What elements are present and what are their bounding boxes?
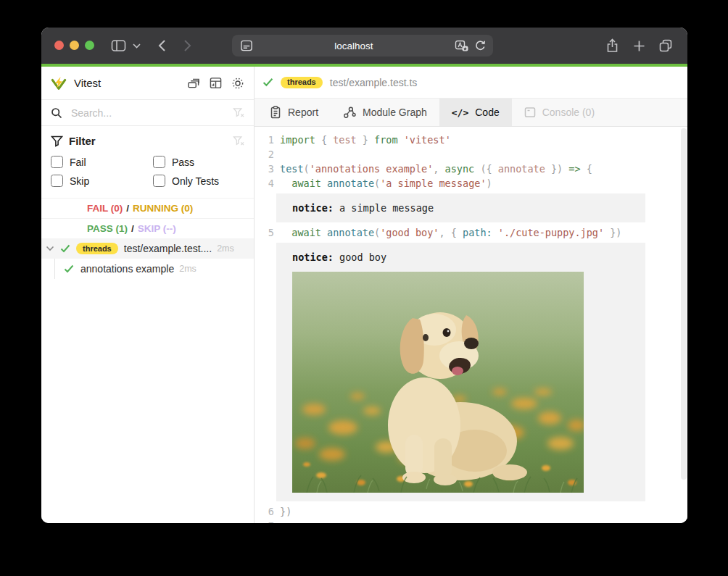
code-line: 7: [255, 519, 687, 523]
stat-pass: PASS (1): [87, 223, 128, 234]
checkbox[interactable]: [51, 156, 63, 168]
url-text[interactable]: localhost: [253, 41, 455, 51]
address-bar[interactable]: localhost: [232, 35, 493, 57]
puppy-image: [292, 272, 584, 493]
filter-section: Filter Fail Pass Skip Only Tests: [41, 126, 254, 187]
reload-icon[interactable]: [475, 40, 486, 51]
stat-separator: /: [126, 203, 129, 214]
main-panel: threads test/example.test.ts Report Modu…: [255, 67, 687, 523]
report-clipboard-icon: [270, 106, 281, 119]
test-case-row[interactable]: annotations example 2ms: [41, 259, 254, 279]
duration-label: 2ms: [179, 264, 197, 274]
checkbox-label: Only Tests: [172, 175, 219, 187]
annotation-label: notice:: [292, 251, 334, 263]
code-line-content: }): [280, 504, 291, 519]
code-line-content: await annotate('good boy', { path: './cu…: [280, 225, 622, 240]
scrollbar-thumb[interactable]: [681, 128, 687, 480]
theme-toggle-sun-icon[interactable]: [231, 77, 244, 90]
tab-overview-icon[interactable]: [658, 38, 673, 53]
checkbox[interactable]: [153, 175, 165, 187]
annotation-notice: notice: good boy: [276, 243, 645, 501]
back-button[interactable]: [157, 39, 167, 52]
pool-badge: threads: [281, 77, 323, 88]
new-tab-icon[interactable]: [633, 40, 645, 52]
app-title: Vitest: [74, 77, 101, 89]
line-number: 7: [255, 519, 280, 523]
zoom-window-button[interactable]: [85, 41, 94, 50]
search-bar: [41, 100, 254, 126]
stat-skip: SKIP (--): [138, 223, 176, 234]
test-stats: FAIL (0) / RUNNING (0) PASS (1) / SKIP (…: [41, 198, 254, 238]
filter-checkbox-fail[interactable]: Fail: [51, 156, 153, 168]
line-number: 5: [255, 225, 280, 240]
line-number: 4: [255, 176, 280, 191]
code-lines: 1import { test } from 'vitest'23test('an…: [255, 133, 687, 523]
share-icon[interactable]: [606, 38, 619, 53]
chevron-down-icon[interactable]: [133, 43, 141, 49]
stat-fail: FAIL (0): [87, 203, 123, 214]
filter-checkbox-pass[interactable]: Pass: [153, 156, 244, 168]
tab-module-graph[interactable]: Module Graph: [331, 99, 439, 126]
console-icon: [524, 107, 536, 118]
test-file-row[interactable]: threads test/example.test.... 2ms: [41, 238, 254, 259]
dashboard-panel-icon[interactable]: [210, 77, 222, 89]
checkbox[interactable]: [153, 156, 165, 168]
filter-checkbox-only-tests[interactable]: Only Tests: [153, 175, 244, 187]
annotation-notice: notice: a simple message: [276, 193, 645, 222]
tab-label: Report: [288, 107, 318, 118]
tab-report[interactable]: Report: [257, 99, 331, 126]
code-editor[interactable]: 1import { test } from 'vitest'23test('an…: [255, 127, 687, 523]
minimize-window-button[interactable]: [70, 41, 79, 50]
search-icon: [51, 107, 62, 119]
tab-code[interactable]: </> Code: [439, 99, 512, 126]
checkbox[interactable]: [51, 175, 63, 187]
annotation-text: a simple message: [334, 202, 434, 214]
code-line: 1import { test } from 'vitest': [255, 133, 687, 147]
code-line-content: await annotate('a simple message'): [280, 176, 492, 191]
filter-funnel-icon: [51, 135, 63, 147]
pass-check-icon: [60, 244, 70, 253]
line-number: 3: [255, 162, 280, 176]
clear-search-filter-icon[interactable]: [233, 107, 244, 118]
line-number: 2: [255, 147, 280, 162]
test-case-name: annotations example: [80, 263, 174, 275]
line-number: 1: [255, 133, 280, 147]
tab-bar: Report Module Graph </> Code Console: [255, 99, 687, 127]
sidebar-toggle-icon[interactable]: [111, 38, 126, 53]
filter-checkbox-skip[interactable]: Skip: [51, 175, 153, 187]
browser-window: localhost Vitest: [41, 28, 687, 523]
forward-button[interactable]: [183, 39, 192, 52]
browser-titlebar: localhost: [41, 28, 687, 64]
checkbox-label: Pass: [172, 156, 194, 168]
chevron-down-icon[interactable]: [46, 246, 54, 251]
code-line: 4 await annotate('a simple message'): [255, 176, 687, 191]
page-format-icon[interactable]: [240, 39, 253, 52]
tab-label: Console (0): [542, 107, 595, 118]
code-line-content: test('annotations example', async ({ ann…: [280, 162, 592, 176]
annotation-text: good boy: [334, 251, 386, 263]
code-line: 5 await annotate('good boy', { path: './…: [255, 225, 687, 240]
collapse-tests-icon[interactable]: [187, 78, 200, 89]
tab-label: Module Graph: [363, 107, 427, 118]
vitest-logo-icon: [51, 75, 67, 91]
sidebar-header: Vitest: [41, 67, 254, 100]
tab-console[interactable]: Console (0): [512, 99, 607, 126]
checkbox-label: Skip: [70, 175, 89, 187]
code-line: 6}): [255, 504, 687, 519]
pass-check-icon: [262, 78, 273, 87]
code-brackets-icon: </>: [452, 107, 468, 118]
stat-running: RUNNING (0): [133, 203, 193, 214]
stat-separator: /: [131, 223, 134, 234]
filter-title: Filter: [69, 135, 96, 147]
selected-file-header: threads test/example.test.ts: [255, 67, 687, 99]
line-number: 6: [255, 504, 280, 519]
clear-filter-icon[interactable]: [233, 135, 244, 146]
translate-icon[interactable]: [455, 40, 469, 52]
close-window-button[interactable]: [54, 41, 64, 50]
code-line-content: import { test } from 'vitest': [280, 133, 451, 147]
module-graph-icon: [343, 107, 356, 119]
search-input[interactable]: [70, 107, 233, 120]
tab-label: Code: [475, 107, 499, 118]
duration-label: 2ms: [217, 243, 234, 254]
checkbox-label: Fail: [70, 156, 86, 168]
